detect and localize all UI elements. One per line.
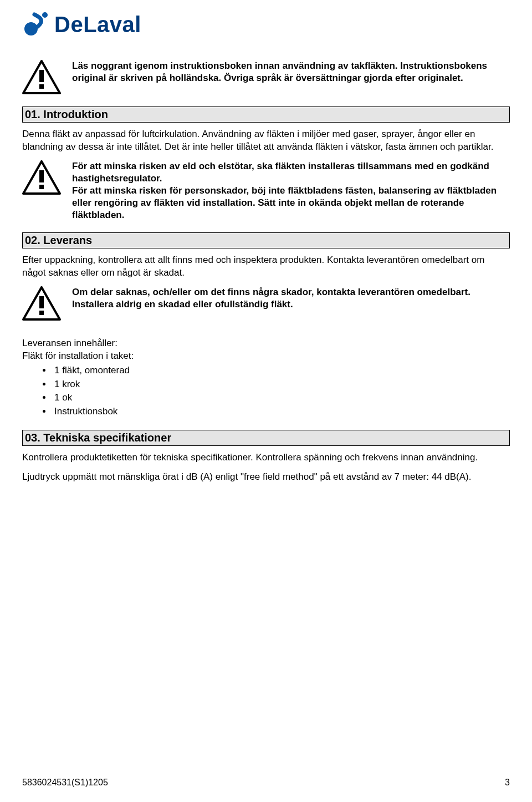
svg-point-0 — [24, 22, 38, 35]
section-02-body: Efter uppackning, kontrollera att allt f… — [22, 254, 510, 280]
delivery-list: 1 fläkt, omonterad 1 krok 1 ok Instrukti… — [52, 364, 510, 419]
svg-rect-3 — [39, 70, 44, 82]
brand-name: DeLaval — [54, 12, 141, 37]
section-01-body: Denna fläkt av anpassad för luftcirkulat… — [22, 128, 510, 154]
section-03-body-1: Kontrollera produktetiketten för teknisk… — [22, 451, 510, 464]
section-03-body-2: Ljudtryck uppmätt mot mänskliga örat i d… — [22, 471, 510, 484]
warning-block-1: Läs noggrant igenom instruktionsboken in… — [22, 60, 510, 95]
warning-icon — [22, 286, 61, 322]
footer-pagenum: 3 — [505, 778, 510, 788]
svg-rect-9 — [39, 296, 44, 308]
list-item: 1 krok — [52, 378, 510, 392]
section-heading-03: 03. Tekniska specifikationer — [22, 430, 510, 446]
warning-text-1: Läs noggrant igenom instruktionsboken in… — [72, 60, 510, 84]
warning-block-3: Om delar saknas, och/eller om det finns … — [22, 286, 510, 322]
brand-logo: DeLaval — [22, 11, 510, 38]
svg-point-1 — [42, 12, 48, 18]
warning-text-3: Om delar saknas, och/eller om det finns … — [72, 286, 510, 311]
section-heading-02: 02. Leverans — [22, 232, 510, 248]
warning-text-2: För att minska risken av eld och elstöta… — [72, 160, 510, 221]
svg-rect-6 — [39, 170, 44, 182]
svg-rect-10 — [39, 311, 44, 315]
section-heading-01: 01. Introduktion — [22, 106, 510, 123]
footer-docnum: 5836024531(S1)1205 — [22, 778, 108, 788]
warning-icon — [22, 60, 61, 95]
warning-icon — [22, 160, 61, 196]
svg-rect-4 — [39, 84, 44, 89]
delivery-line-2: Fläkt för installation i taket: — [22, 350, 510, 363]
page-footer: 5836024531(S1)1205 3 — [22, 778, 510, 788]
warning-text-2b: För att minska risken för personskador, … — [72, 185, 497, 220]
delivery-line-1: Leveransen innehåller: — [22, 337, 510, 350]
list-item: Instruktionsbok — [52, 405, 510, 419]
warning-text-2a: För att minska risken av eld och elstöta… — [72, 161, 489, 184]
list-item: 1 fläkt, omonterad — [52, 364, 510, 378]
svg-rect-7 — [39, 185, 44, 189]
warning-block-2: För att minska risken av eld och elstöta… — [22, 160, 510, 221]
brand-logo-mark — [22, 11, 49, 38]
list-item: 1 ok — [52, 391, 510, 405]
